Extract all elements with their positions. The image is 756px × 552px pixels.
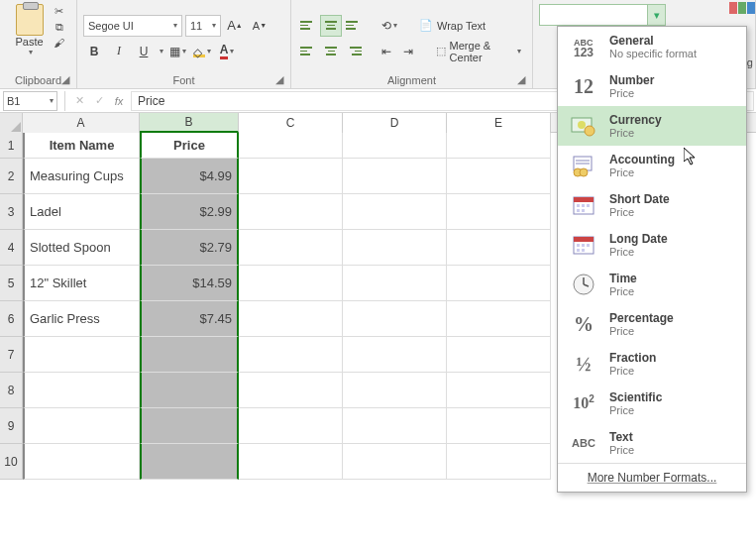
cell[interactable]: [447, 408, 551, 444]
format-option-scientific[interactable]: 102ScientificPrice: [558, 384, 746, 423]
row-header[interactable]: 4: [0, 230, 23, 266]
chevron-down-icon[interactable]: ▾: [160, 47, 163, 55]
cell[interactable]: [343, 337, 447, 373]
col-header-A[interactable]: A: [23, 113, 140, 133]
cancel-icon[interactable]: ✕: [69, 90, 89, 112]
fill-color-button[interactable]: ◇▾: [191, 41, 213, 62]
row-header[interactable]: 5: [0, 266, 23, 301]
cell[interactable]: [140, 408, 239, 444]
align-bottom-icon[interactable]: [343, 15, 365, 37]
col-header-B[interactable]: B: [140, 113, 239, 133]
cell[interactable]: [239, 133, 343, 159]
paste-button[interactable]: Paste ▾: [10, 4, 50, 72]
name-box[interactable]: B1 ▾: [3, 91, 57, 111]
cell-A3[interactable]: Ladel: [23, 194, 140, 230]
cell[interactable]: [447, 230, 551, 266]
font-launcher[interactable]: ◢: [275, 73, 287, 85]
format-option-short-date[interactable]: Short DatePrice: [558, 185, 746, 225]
format-option-text[interactable]: ABCTextPrice: [558, 423, 746, 463]
cell-A2[interactable]: Measuring Cups: [23, 159, 140, 194]
number-format-combo[interactable]: ▾: [539, 4, 666, 26]
cell[interactable]: [343, 133, 447, 159]
cell[interactable]: [23, 337, 140, 373]
col-header-C[interactable]: C: [239, 113, 343, 133]
more-number-formats-link[interactable]: More Number Formats...: [558, 463, 746, 492]
format-option-accounting[interactable]: AccountingPrice: [558, 146, 746, 185]
wrap-text-button[interactable]: 📄 Wrap Text: [414, 15, 490, 37]
cell[interactable]: [343, 301, 447, 337]
cell-B5[interactable]: $14.59: [140, 266, 239, 301]
decrease-indent-icon[interactable]: ⇤: [378, 41, 396, 62]
row-header[interactable]: 7: [0, 337, 23, 373]
cell[interactable]: [239, 194, 343, 230]
cut-icon[interactable]: ✂: [52, 4, 67, 18]
row-header[interactable]: 3: [0, 194, 23, 230]
format-option-long-date[interactable]: Long DatePrice: [558, 225, 746, 265]
cell[interactable]: [343, 159, 447, 194]
cell[interactable]: [447, 301, 551, 337]
merge-center-button[interactable]: ⬚ Merge & Center ▾: [431, 41, 526, 62]
cell[interactable]: [140, 337, 239, 373]
format-painter-icon[interactable]: 🖌: [52, 36, 67, 50]
cell[interactable]: [239, 266, 343, 301]
format-option-general[interactable]: ABC123GeneralNo specific format: [558, 27, 746, 66]
select-all-corner[interactable]: [0, 113, 23, 133]
cell[interactable]: [343, 408, 447, 444]
underline-button[interactable]: U: [133, 41, 155, 62]
cell[interactable]: [343, 266, 447, 301]
cell-B2[interactable]: $4.99: [140, 159, 239, 194]
cell-A5[interactable]: 12" Skillet: [23, 266, 140, 301]
cell[interactable]: [343, 194, 447, 230]
cell[interactable]: [23, 373, 140, 408]
cell[interactable]: [343, 373, 447, 408]
cell-B3[interactable]: $2.99: [140, 194, 239, 230]
cell-A1[interactable]: Item Name: [23, 133, 140, 159]
decrease-font-icon[interactable]: A▼: [249, 15, 270, 37]
cell-B1[interactable]: Price: [140, 133, 239, 159]
cell[interactable]: [23, 408, 140, 444]
cell[interactable]: [447, 194, 551, 230]
cell[interactable]: [239, 408, 343, 444]
bold-button[interactable]: B: [83, 41, 105, 62]
row-header[interactable]: 2: [0, 159, 23, 194]
format-option-percentage[interactable]: %PercentagePrice: [558, 304, 746, 344]
row-header[interactable]: 8: [0, 373, 23, 408]
cell[interactable]: [239, 159, 343, 194]
cell[interactable]: [447, 373, 551, 408]
font-name-combo[interactable]: Segoe UI ▾: [83, 15, 182, 37]
cell[interactable]: [23, 444, 140, 480]
cell-B4[interactable]: $2.79: [140, 230, 239, 266]
cell[interactable]: [140, 444, 239, 480]
align-center-icon[interactable]: [320, 41, 342, 62]
format-option-time[interactable]: TimePrice: [558, 265, 746, 304]
cell[interactable]: [239, 337, 343, 373]
fx-icon[interactable]: fx: [109, 90, 129, 112]
cell[interactable]: [447, 337, 551, 373]
borders-button[interactable]: ▦▾: [166, 41, 188, 62]
cell[interactable]: [343, 444, 447, 480]
increase-font-icon[interactable]: A▲: [224, 15, 246, 37]
cell[interactable]: [447, 444, 551, 480]
row-header[interactable]: 9: [0, 408, 23, 444]
col-header-E[interactable]: E: [447, 113, 551, 133]
format-option-currency[interactable]: CurrencyPrice: [558, 106, 746, 146]
clipboard-launcher[interactable]: ◢: [61, 73, 73, 85]
cell-B6[interactable]: $7.45: [140, 301, 239, 337]
align-middle-icon[interactable]: [320, 15, 342, 37]
row-header[interactable]: 6: [0, 301, 23, 337]
align-right-icon[interactable]: [343, 41, 365, 62]
alignment-launcher[interactable]: ◢: [517, 73, 529, 85]
cell[interactable]: [447, 266, 551, 301]
cell-A6[interactable]: Garlic Press: [23, 301, 140, 337]
cell-A4[interactable]: Slotted Spoon: [23, 230, 140, 266]
align-top-icon[interactable]: [297, 15, 319, 37]
col-header-D[interactable]: D: [343, 113, 447, 133]
cell[interactable]: [239, 444, 343, 480]
cell[interactable]: [140, 373, 239, 408]
font-size-combo[interactable]: 11 ▾: [185, 15, 221, 37]
conditional-formatting-icon[interactable]: [729, 2, 755, 14]
cell[interactable]: [239, 301, 343, 337]
font-color-button[interactable]: A▾: [216, 41, 238, 62]
row-header[interactable]: 10: [0, 444, 23, 480]
format-option-fraction[interactable]: ½FractionPrice: [558, 344, 746, 384]
